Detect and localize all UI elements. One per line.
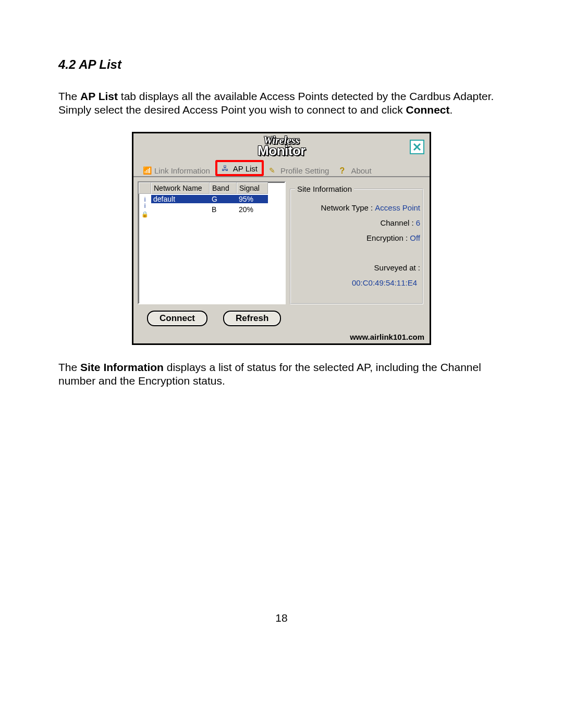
wireless-monitor-window: Wireless Monitor 📶 Link Information 🖧 AP… xyxy=(132,132,431,345)
column-signal[interactable]: Signal xyxy=(237,182,268,194)
refresh-button[interactable]: Refresh xyxy=(223,311,281,326)
text: The xyxy=(58,90,80,102)
surveyed-label: Surveyed at : xyxy=(374,263,420,272)
tab-ap-list[interactable]: 🖧 AP List xyxy=(215,160,264,176)
signal-icon: 📶 xyxy=(143,166,152,175)
channel-label: Channel : xyxy=(380,218,413,227)
table-row[interactable]: i default G 95% xyxy=(139,194,285,204)
encryption-label: Encryption : xyxy=(366,233,408,242)
app-logo: Wireless Monitor xyxy=(258,136,305,156)
tab-label: Profile Setting xyxy=(280,166,329,175)
tab-label: Link Information xyxy=(154,166,210,175)
close-icon xyxy=(413,143,421,151)
channel-value: 6 xyxy=(416,218,420,227)
tab-link-information[interactable]: 📶 Link Information xyxy=(138,163,215,177)
text: . xyxy=(450,104,453,116)
footer-url: www.airlink101.com xyxy=(133,331,430,343)
ap-list-table: Network Name Band Signal i default G 95%… xyxy=(138,181,286,304)
column-icon[interactable] xyxy=(139,182,151,194)
tab-about[interactable]: ? About xyxy=(334,163,376,177)
network-type-label: Network Type : xyxy=(321,203,373,212)
cell-signal: 95% xyxy=(237,195,268,203)
cell-band: B xyxy=(210,205,237,214)
column-band[interactable]: Band xyxy=(210,182,237,194)
table-header: Network Name Band Signal xyxy=(139,182,285,194)
cell-signal: 20% xyxy=(237,205,268,214)
ap-list-bold: AP List xyxy=(80,90,118,102)
ap-secured-icon: i🔒 xyxy=(139,201,151,218)
close-button[interactable] xyxy=(410,140,424,154)
table-body: i default G 95% i🔒 B 20% xyxy=(139,194,285,303)
site-information-bold: Site Information xyxy=(80,361,164,373)
tab-profile-setting[interactable]: ✎ Profile Setting xyxy=(264,163,334,177)
connect-button[interactable]: Connect xyxy=(147,311,207,326)
cell-band: G xyxy=(210,195,237,203)
table-row[interactable]: i🔒 B 20% xyxy=(139,204,285,215)
tab-label: AP List xyxy=(233,164,258,173)
site-info-legend: Site Information xyxy=(295,184,354,193)
encryption-value: Off xyxy=(410,233,420,242)
logo-line2: Monitor xyxy=(258,145,305,156)
footer-paragraph: The Site Information displays a list of … xyxy=(58,361,505,388)
titlebar: Wireless Monitor xyxy=(133,133,430,159)
connect-bold: Connect xyxy=(406,104,450,116)
pencil-icon: ✎ xyxy=(269,166,278,175)
text: The xyxy=(58,361,80,373)
network-type-value: Access Point xyxy=(375,203,420,212)
site-information-panel: Site Information Network Type : Access P… xyxy=(290,184,425,304)
intro-paragraph: The AP List tab displays all the availab… xyxy=(58,90,505,117)
column-network-name[interactable]: Network Name xyxy=(151,182,210,194)
page-number: 18 xyxy=(58,612,505,624)
help-icon: ? xyxy=(339,166,349,175)
tab-bar: 📶 Link Information 🖧 AP List ✎ Profile S… xyxy=(133,159,430,177)
section-heading: 4.2 AP List xyxy=(58,57,505,72)
network-icon: 🖧 xyxy=(222,164,231,172)
button-row: Connect Refresh xyxy=(133,309,430,331)
tab-label: About xyxy=(351,166,371,175)
cell-name: default xyxy=(151,195,210,203)
mac-address: 00:C0:49:54:11:E4 xyxy=(295,278,420,287)
